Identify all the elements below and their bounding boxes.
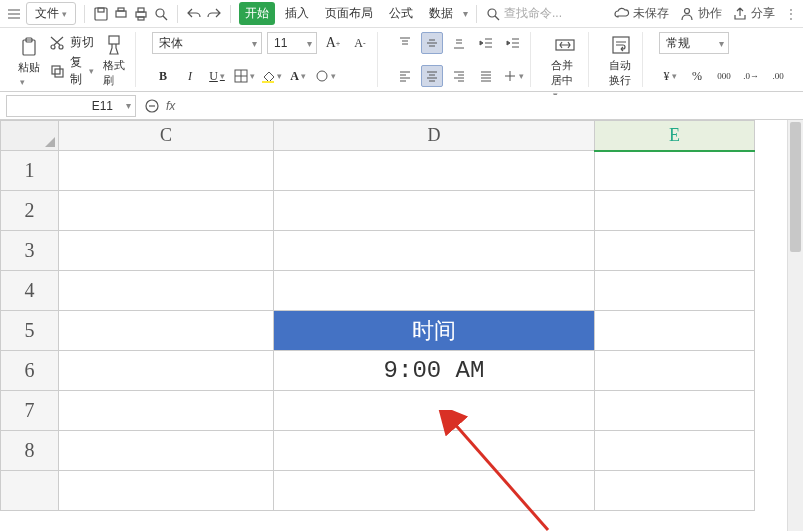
column-header-e[interactable]: E — [595, 121, 755, 151]
align-top-button[interactable] — [394, 32, 416, 54]
paste-button[interactable]: 粘贴 — [14, 34, 44, 89]
cell[interactable] — [59, 311, 274, 351]
cell[interactable] — [595, 231, 755, 271]
share-button[interactable]: 分享 — [732, 5, 775, 22]
decrease-decimal-button[interactable]: .0→ — [740, 65, 762, 87]
cell[interactable] — [274, 431, 595, 471]
file-menu[interactable]: 文件 ▾ — [26, 2, 76, 25]
preview-icon[interactable] — [153, 6, 169, 22]
cell[interactable] — [59, 351, 274, 391]
name-box[interactable]: E11 — [6, 95, 136, 117]
percent-button[interactable]: % — [686, 65, 708, 87]
cell[interactable] — [595, 351, 755, 391]
print-preview-icon[interactable] — [113, 6, 129, 22]
decrease-font-button[interactable]: A- — [349, 32, 371, 54]
command-search[interactable]: 查找命令... — [485, 5, 562, 22]
cell[interactable] — [595, 311, 755, 351]
cancel-icon[interactable] — [144, 98, 160, 114]
font-size-select[interactable]: 11 — [267, 32, 317, 54]
cell[interactable] — [595, 271, 755, 311]
number-format-select[interactable]: 常规 — [659, 32, 729, 54]
cell[interactable] — [274, 191, 595, 231]
bold-button[interactable]: B — [152, 65, 174, 87]
cell[interactable] — [595, 431, 755, 471]
row-header[interactable]: 7 — [1, 391, 59, 431]
currency-button[interactable]: ¥ — [659, 65, 681, 87]
cell[interactable] — [595, 191, 755, 231]
merge-group: 合并居中 — [541, 32, 589, 87]
format-painter-button[interactable]: 格式刷 — [99, 32, 129, 90]
vertical-scrollbar[interactable] — [787, 120, 803, 531]
cell[interactable] — [274, 391, 595, 431]
align-middle-button[interactable] — [421, 32, 443, 54]
row-header[interactable]: 5 — [1, 311, 59, 351]
cell[interactable] — [59, 391, 274, 431]
row-header[interactable]: 3 — [1, 231, 59, 271]
align-bottom-button[interactable] — [448, 32, 470, 54]
select-all-corner[interactable] — [1, 121, 59, 151]
tab-data[interactable]: 数据 — [423, 2, 459, 25]
italic-button[interactable]: I — [179, 65, 201, 87]
copy-button[interactable]: 复制 — [49, 54, 94, 88]
fill-color-button[interactable] — [260, 65, 282, 87]
cell[interactable] — [59, 271, 274, 311]
undo-icon[interactable] — [186, 6, 202, 22]
column-header-c[interactable]: C — [59, 121, 274, 151]
sheet-grid[interactable]: C D E 1 2 3 4 5时间 69:00 AM 7 8 — [0, 120, 803, 531]
cell[interactable] — [595, 471, 755, 511]
row-header[interactable]: 2 — [1, 191, 59, 231]
align-left-button[interactable] — [394, 65, 416, 87]
unsaved-indicator[interactable]: 未保存 — [614, 5, 669, 22]
cell[interactable] — [274, 471, 595, 511]
menu-icon[interactable] — [6, 6, 22, 22]
redo-icon[interactable] — [206, 6, 222, 22]
cell[interactable] — [59, 431, 274, 471]
save-icon[interactable] — [93, 6, 109, 22]
row-header[interactable]: 8 — [1, 431, 59, 471]
scrollbar-thumb[interactable] — [790, 122, 801, 252]
effects-button[interactable] — [314, 65, 336, 87]
fx-label[interactable]: fx — [166, 99, 175, 113]
cell[interactable] — [595, 391, 755, 431]
cell[interactable] — [59, 151, 274, 191]
merge-center-button[interactable]: 合并居中 — [547, 32, 582, 102]
menubar-right: 未保存 协作 分享 ⋮ — [614, 5, 797, 22]
font-name-select[interactable]: 宋体 — [152, 32, 262, 54]
cell[interactable] — [274, 231, 595, 271]
svg-rect-5 — [138, 8, 144, 12]
border-button[interactable] — [233, 65, 255, 87]
align-center-button[interactable] — [421, 65, 443, 87]
cell-d5[interactable]: 时间 — [274, 311, 595, 351]
tab-insert[interactable]: 插入 — [279, 2, 315, 25]
row-header[interactable]: 4 — [1, 271, 59, 311]
cell[interactable] — [595, 151, 755, 191]
orientation-button[interactable] — [502, 65, 524, 87]
cell[interactable] — [274, 271, 595, 311]
tab-page-layout[interactable]: 页面布局 — [319, 2, 379, 25]
decrease-indent-button[interactable] — [475, 32, 497, 54]
align-right-button[interactable] — [448, 65, 470, 87]
cell[interactable] — [59, 231, 274, 271]
underline-button[interactable]: U — [206, 65, 228, 87]
cell[interactable] — [59, 191, 274, 231]
increase-decimal-button[interactable]: .00 — [767, 65, 789, 87]
cut-button[interactable]: 剪切 — [49, 34, 94, 51]
column-header-d[interactable]: D — [274, 121, 595, 151]
wrap-text-button[interactable]: 自动换行 — [605, 32, 636, 90]
comma-button[interactable]: 000 — [713, 65, 735, 87]
cell[interactable] — [274, 151, 595, 191]
row-header[interactable]: 1 — [1, 151, 59, 191]
row-header[interactable] — [1, 471, 59, 511]
cell[interactable] — [59, 471, 274, 511]
row-header[interactable]: 6 — [1, 351, 59, 391]
cell-d6[interactable]: 9:00 AM — [274, 351, 595, 391]
font-color-button[interactable]: A — [287, 65, 309, 87]
formula-input[interactable] — [181, 95, 797, 117]
justify-button[interactable] — [475, 65, 497, 87]
increase-indent-button[interactable] — [502, 32, 524, 54]
tab-start[interactable]: 开始 — [239, 2, 275, 25]
print-icon[interactable] — [133, 6, 149, 22]
increase-font-button[interactable]: A+ — [322, 32, 344, 54]
tab-formula[interactable]: 公式 — [383, 2, 419, 25]
collab-button[interactable]: 协作 — [679, 5, 722, 22]
